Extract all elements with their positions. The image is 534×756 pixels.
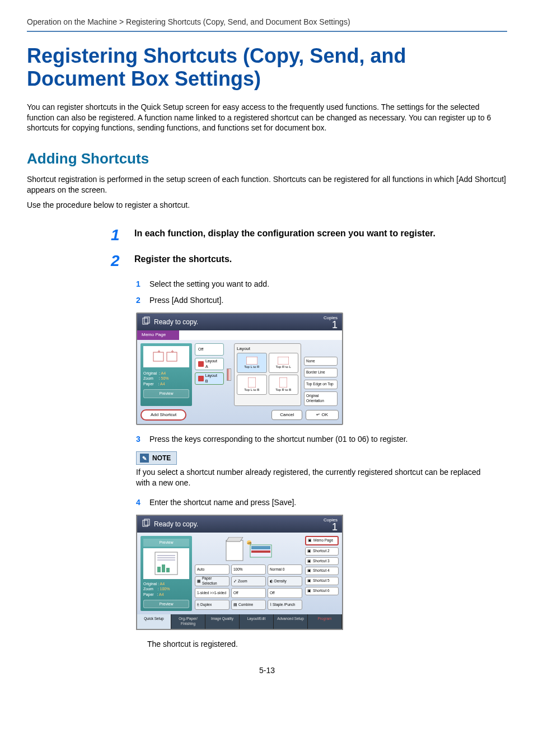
layout-b-icon bbox=[198, 376, 204, 381]
paper-selection-button[interactable]: ▦Paper Selection bbox=[195, 576, 229, 586]
note-box: ✎ NOTE If you select a shortcut number a… bbox=[136, 451, 494, 488]
note-header: ✎ NOTE bbox=[136, 451, 177, 465]
density-icon: ◐ bbox=[270, 579, 273, 584]
option-layout-a[interactable]: Layout A bbox=[195, 358, 224, 370]
preview-button[interactable]: Preview bbox=[143, 600, 189, 608]
shortcut-1[interactable]: ▣Memo Page bbox=[305, 536, 339, 545]
note-icon: ✎ bbox=[140, 454, 149, 463]
section-intro-2: Use the procedure below to register a sh… bbox=[27, 200, 507, 211]
section-intro-1: Shortcut registration is performed in th… bbox=[27, 174, 507, 195]
substep-text: Enter the shortcut name and press [Save]… bbox=[149, 497, 296, 508]
zoom-button[interactable]: ⤢Zoom bbox=[231, 576, 266, 586]
preview-thumbnail bbox=[143, 548, 189, 579]
combine-button[interactable]: ▤Combine bbox=[231, 600, 266, 610]
preview-panel: Preview Original : A4 Zoom : 100% Paper … bbox=[140, 536, 192, 611]
shortcut-icon: ▣ bbox=[308, 538, 312, 543]
section-title: Adding Shortcuts bbox=[27, 149, 507, 169]
value-off1: Off bbox=[231, 588, 266, 598]
shortcut-icon: ▣ bbox=[307, 559, 311, 564]
value-100: 100% bbox=[231, 564, 266, 575]
svg-rect-6 bbox=[248, 377, 256, 388]
shortcut-5[interactable]: ▣Shortcut 5 bbox=[305, 577, 339, 585]
screen-header: Ready to copy. Copies 1 bbox=[137, 516, 342, 533]
copies-counter: Copies 1 bbox=[324, 517, 338, 531]
option-off[interactable]: Off bbox=[195, 343, 224, 356]
value-off2: Off bbox=[268, 588, 302, 598]
value-auto: Auto bbox=[195, 564, 229, 575]
svg-rect-3 bbox=[167, 352, 177, 361]
shortcut-2[interactable]: ▣Shortcut 2 bbox=[305, 547, 339, 556]
staple-punch-button[interactable]: ⌇Staple /Punch bbox=[268, 600, 302, 610]
tab-image-quality[interactable]: Image Quality bbox=[205, 614, 240, 629]
shortcut-3[interactable]: ▣Shortcut 3 bbox=[305, 557, 339, 566]
svg-rect-15 bbox=[162, 564, 165, 572]
tab-program[interactable]: Program bbox=[308, 614, 342, 629]
substep-text: Select the setting you want to add. bbox=[149, 279, 269, 290]
zoom-icon: ⤢ bbox=[233, 579, 237, 584]
step-title: In each function, display the configurat… bbox=[134, 227, 435, 240]
duplex-button[interactable]: ⎘Duplex bbox=[195, 600, 229, 610]
svg-rect-5 bbox=[278, 357, 289, 365]
option-none[interactable]: None bbox=[304, 357, 338, 366]
substep-4: 4 Enter the shortcut name and press [Sav… bbox=[136, 497, 507, 508]
copies-counter: Copies 1 bbox=[324, 315, 338, 329]
chevron-right-icon[interactable] bbox=[227, 368, 231, 381]
tab-org-paper-finishing[interactable]: Org./Paper/ Finishing bbox=[171, 614, 205, 629]
preview-button[interactable]: Preview bbox=[143, 389, 189, 398]
tab-layout-edit[interactable]: Layout/Edit bbox=[240, 614, 274, 629]
layout-top-l-to-b[interactable]: Top L to B bbox=[237, 375, 267, 395]
substep-text: Press [Add Shortcut]. bbox=[149, 295, 223, 306]
layout-top-r-to-b[interactable]: Top R to B bbox=[269, 375, 299, 395]
step-number: 1 bbox=[111, 227, 124, 243]
shortcut-4[interactable]: ▣Shortcut 4 bbox=[305, 567, 339, 575]
note-text: If you select a shortcut number already … bbox=[136, 467, 494, 488]
header-text: Ready to copy. bbox=[154, 520, 198, 529]
shortcut-icon: ▣ bbox=[307, 578, 311, 584]
svg-rect-17 bbox=[226, 540, 243, 561]
screenshot-quick-setup: Ready to copy. Copies 1 Preview Original… bbox=[136, 515, 507, 630]
shortcut-icon: ▣ bbox=[307, 589, 311, 594]
add-shortcut-button[interactable]: Add Shortcut bbox=[140, 409, 186, 421]
svg-rect-4 bbox=[246, 357, 257, 365]
svg-rect-2 bbox=[153, 352, 163, 361]
staple-icon: ⌇ bbox=[270, 603, 271, 608]
layout-label: Layout bbox=[237, 346, 298, 352]
option-border-line[interactable]: Border Line bbox=[304, 368, 338, 377]
page-title: Registering Shortcuts (Copy, Send, and D… bbox=[27, 44, 507, 91]
step-1: 1 In each function, display the configur… bbox=[111, 227, 507, 243]
copy-icon bbox=[142, 316, 151, 328]
tab-advanced-setup[interactable]: Advanced Setup bbox=[274, 614, 308, 629]
option-original-orientation[interactable]: Original Orientation bbox=[304, 391, 338, 406]
option-top-edge[interactable]: Top Edge on Top bbox=[304, 380, 338, 389]
breadcrumb: Operation on the Machine > Registering S… bbox=[27, 17, 507, 32]
paper-icon: ▦ bbox=[197, 579, 201, 584]
header-text: Ready to copy. bbox=[154, 318, 198, 326]
option-layout-b[interactable]: Layout B bbox=[195, 372, 224, 385]
page-number: 5-13 bbox=[27, 665, 507, 676]
substep-3: 3 Press the keys corresponding to the sh… bbox=[136, 434, 507, 445]
preview-label: Preview bbox=[143, 539, 189, 546]
shortcut-icon: ▣ bbox=[307, 568, 311, 573]
substep-1: 1 Select the setting you want to add. bbox=[136, 279, 507, 290]
svg-rect-19 bbox=[251, 546, 270, 549]
substep-number: 3 bbox=[136, 434, 144, 445]
step-number: 2 bbox=[111, 253, 124, 269]
copy-icon bbox=[142, 519, 151, 530]
layout-top-l-to-r[interactable]: Top L to R bbox=[237, 353, 267, 373]
procedure: 1 In each function, display the configur… bbox=[27, 227, 507, 650]
substep-number: 4 bbox=[136, 497, 144, 508]
layout-a-icon bbox=[198, 361, 204, 367]
closing-text: The shortcut is registered. bbox=[147, 639, 507, 650]
ok-button[interactable]: ↵ OK bbox=[306, 410, 339, 421]
tab-quick-setup[interactable]: Quick Setup bbox=[137, 614, 171, 629]
shortcut-6[interactable]: ▣Shortcut 6 bbox=[305, 587, 339, 595]
density-button[interactable]: ◐Density bbox=[268, 576, 302, 586]
substep-number: 2 bbox=[136, 295, 144, 306]
value-1sided: 1-sided >>1-sided bbox=[195, 588, 229, 598]
value-normal0: Normal 0 bbox=[268, 564, 302, 575]
cancel-button[interactable]: Cancel bbox=[271, 410, 302, 421]
substeps-continued: 3 Press the keys corresponding to the sh… bbox=[136, 434, 507, 445]
combine-icon: ▤ bbox=[233, 603, 237, 608]
layout-top-r-to-l[interactable]: Top R to L bbox=[269, 353, 299, 373]
tab-memo-page[interactable]: Memo Page bbox=[137, 330, 179, 340]
